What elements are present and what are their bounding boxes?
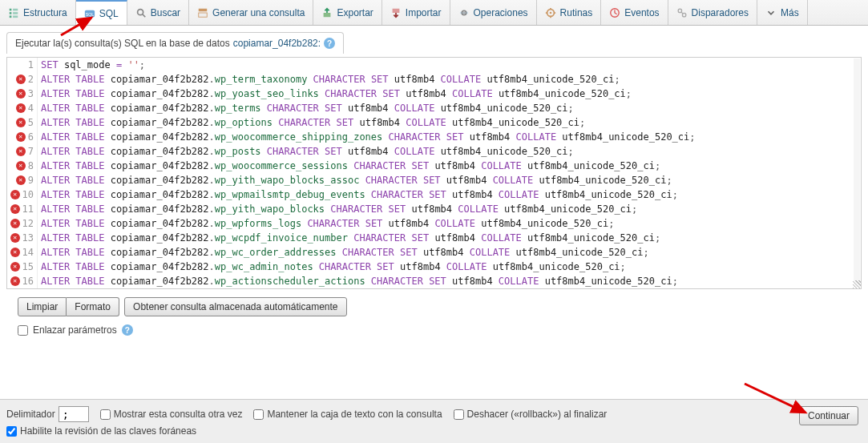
error-icon xyxy=(16,103,26,113)
code-line: ALTER TABLE copiamar_04f2b282.wp_term_ta… xyxy=(41,72,861,87)
gutter-row: 9 xyxy=(7,173,37,187)
line-number: 14 xyxy=(22,247,34,258)
sql-run-header-text: Ejecutar la(s) consulta(s) SQL en la bas… xyxy=(15,38,230,49)
gutter-row: 13 xyxy=(7,231,37,245)
gutter-row: 6 xyxy=(7,130,37,144)
rollback-checkbox[interactable] xyxy=(454,409,464,420)
line-number: 15 xyxy=(22,261,34,272)
fk-check-label: Habilite la revisión de las claves forán… xyxy=(20,425,196,437)
tab-triggers[interactable]: Disparadores xyxy=(668,0,757,25)
limpiar-button[interactable]: Limpiar xyxy=(18,297,67,316)
resize-grip[interactable] xyxy=(853,280,861,288)
continuar-button[interactable]: Continuar xyxy=(799,406,858,425)
gutter-row: 4 xyxy=(7,101,37,115)
line-number: 10 xyxy=(22,189,34,200)
tab-query[interactable]: Generar una consulta xyxy=(189,0,313,25)
fk-check-checkbox[interactable] xyxy=(6,426,17,437)
code-line: ALTER TABLE copiamar_04f2b282.wp_options… xyxy=(41,115,861,130)
gutter-row: 15 xyxy=(7,260,37,274)
line-number: 7 xyxy=(28,146,34,157)
rollback-label: Deshacer («rollback») al finalizar xyxy=(467,409,608,420)
svg-rect-12 xyxy=(324,13,331,17)
delimiter-label: Delimitador xyxy=(6,409,55,420)
tab-routines[interactable]: Rutinas xyxy=(537,0,602,25)
tab-search[interactable]: Buscar xyxy=(127,0,189,25)
line-number: 11 xyxy=(22,203,34,215)
tab-more[interactable]: Más xyxy=(757,0,808,25)
tab-import[interactable]: Importar xyxy=(382,0,450,25)
tab-structure[interactable]: Estructura xyxy=(0,0,76,25)
gutter-row: 11 xyxy=(7,202,37,216)
help-icon[interactable]: ? xyxy=(324,38,335,49)
gutter-row: 1 xyxy=(7,58,37,72)
delimiter-input[interactable] xyxy=(59,406,89,422)
error-icon xyxy=(16,89,26,99)
code-line: ALTER TABLE copiamar_04f2b282.wp_wpforms… xyxy=(41,216,861,231)
show-again-checkbox[interactable] xyxy=(100,409,111,420)
line-number: 1 xyxy=(28,59,34,70)
keep-box-label: Mantener la caja de texto con la consult… xyxy=(267,409,442,420)
bind-params-checkbox[interactable] xyxy=(18,325,28,336)
line-number: 9 xyxy=(28,175,34,186)
tab-label: Eventos xyxy=(624,7,659,18)
editor-code-area[interactable]: SET sql_mode = '';ALTER TABLE copiamar_0… xyxy=(38,58,861,288)
gutter-row: 2 xyxy=(7,72,37,87)
editor-gutter: 12345678910111213141516 xyxy=(7,58,38,288)
tab-label: SQL xyxy=(99,8,119,19)
tab-label: Rutinas xyxy=(560,7,593,18)
error-icon xyxy=(10,248,20,257)
query-icon xyxy=(197,7,208,18)
tab-label: Exportar xyxy=(337,7,373,18)
line-number: 4 xyxy=(28,103,34,114)
gutter-row: 16 xyxy=(7,274,37,288)
svg-point-8 xyxy=(137,9,143,14)
tab-label: Importar xyxy=(406,7,442,18)
svg-rect-10 xyxy=(199,8,208,11)
error-icon xyxy=(10,204,20,214)
gutter-row: 3 xyxy=(7,87,37,101)
gutter-row: 7 xyxy=(7,144,37,159)
code-line: ALTER TABLE copiamar_04f2b282.wp_woocomm… xyxy=(41,130,861,144)
formato-button[interactable]: Formato xyxy=(67,297,119,316)
gutter-row: 10 xyxy=(7,187,37,202)
svg-point-17 xyxy=(549,11,551,14)
search-icon xyxy=(135,7,147,18)
keep-box-checkbox[interactable] xyxy=(253,409,264,420)
tab-operations[interactable]: Operaciones xyxy=(450,0,537,25)
tab-export[interactable]: Exportar xyxy=(313,0,382,25)
help-icon[interactable]: ? xyxy=(122,324,133,336)
line-number: 8 xyxy=(28,160,34,171)
error-icon xyxy=(16,75,26,84)
svg-point-20 xyxy=(682,13,685,16)
line-number: 5 xyxy=(28,117,34,128)
tab-sql[interactable]: SQLSQL xyxy=(76,0,127,25)
error-icon xyxy=(16,118,26,127)
triggers-icon xyxy=(676,7,688,18)
code-line: ALTER TABLE copiamar_04f2b282.wp_wc_admi… xyxy=(41,260,861,274)
structure-icon xyxy=(8,7,19,18)
svg-rect-3 xyxy=(13,8,18,10)
svg-rect-4 xyxy=(13,12,18,14)
sql-run-header: Ejecutar la(s) consulta(s) SQL en la bas… xyxy=(0,26,868,57)
line-number: 3 xyxy=(28,88,34,99)
sql-editor[interactable]: 12345678910111213141516 SET sql_mode = '… xyxy=(6,57,862,289)
code-line: SET sql_mode = ''; xyxy=(41,58,861,72)
autosave-button[interactable]: Obtener consulta almacenada automáticame… xyxy=(124,297,347,316)
error-icon xyxy=(16,132,26,142)
tab-bar: EstructuraSQLSQLBuscarGenerar una consul… xyxy=(0,0,868,26)
import-icon xyxy=(390,7,402,18)
bind-params-label: Enlazar parámetros xyxy=(33,324,117,336)
sql-icon: SQL xyxy=(84,8,95,19)
tab-label: Buscar xyxy=(151,7,180,18)
svg-rect-11 xyxy=(199,13,208,17)
delimiter-field: Delimitador xyxy=(6,406,89,422)
error-icon xyxy=(10,262,20,272)
editor-scrollbar[interactable] xyxy=(854,58,860,288)
svg-rect-0 xyxy=(10,8,12,10)
gutter-row: 5 xyxy=(7,115,37,130)
code-line: ALTER TABLE copiamar_04f2b282.wp_woocomm… xyxy=(41,159,861,173)
export-icon xyxy=(321,7,333,18)
gutter-row: 14 xyxy=(7,245,37,260)
code-line: ALTER TABLE copiamar_04f2b282.wp_yoast_s… xyxy=(41,87,861,101)
tab-events[interactable]: Eventos xyxy=(601,0,668,25)
